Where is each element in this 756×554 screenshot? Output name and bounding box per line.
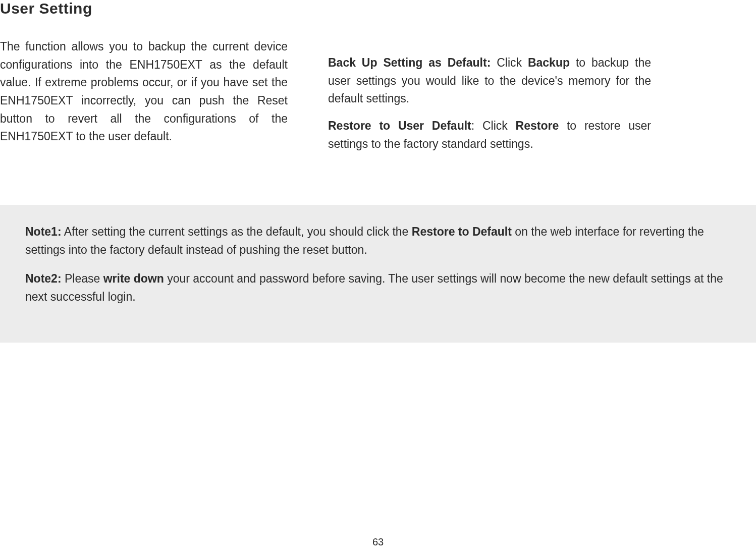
restore-label: Restore to User Default	[328, 119, 471, 132]
note1: Note1: After setting the current setting…	[25, 223, 731, 259]
left-column: The function allows you to backup the cu…	[0, 26, 288, 162]
note2-label: Note2:	[25, 272, 62, 285]
notes-box: Note1: After setting the current setting…	[0, 205, 756, 343]
note1-bold: Restore to Default	[412, 225, 512, 238]
two-column-layout: The function allows you to backup the cu…	[0, 26, 756, 162]
backup-label: Back Up Setting as Default:	[328, 56, 491, 69]
note2-pre: Please	[62, 272, 103, 285]
backup-bold: Backup	[528, 56, 570, 69]
backup-paragraph: Back Up Setting as Default: Click Backup…	[328, 54, 651, 108]
note2-bold: write down	[103, 272, 164, 285]
note1-pre: After setting the current settings as th…	[62, 225, 412, 238]
restore-paragraph: Restore to User Default: Click Restore t…	[328, 117, 651, 153]
intro-paragraph: The function allows you to backup the cu…	[0, 38, 288, 146]
right-column: Back Up Setting as Default: Click Backup…	[328, 26, 651, 162]
restore-bold: Restore	[516, 119, 559, 132]
page-heading: User Setting	[0, 0, 756, 17]
page-number: 63	[372, 536, 384, 548]
restore-text-pre: : Click	[471, 119, 516, 132]
note2: Note2: Please write down your account an…	[25, 270, 731, 306]
backup-text-pre: Click	[491, 56, 528, 69]
note1-label: Note1:	[25, 225, 62, 238]
